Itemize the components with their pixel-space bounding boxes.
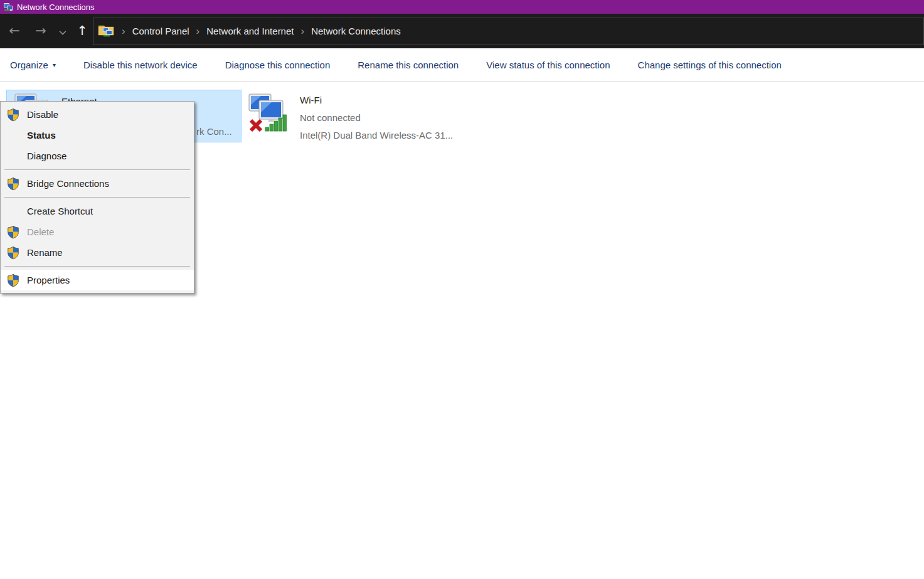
menu-separator	[4, 169, 190, 170]
menu-item-rename[interactable]: Rename	[1, 242, 194, 263]
menu-item-label: Status	[27, 130, 56, 141]
menu-item-label: Rename	[27, 247, 63, 258]
menu-item-diagnose[interactable]: Diagnose	[1, 146, 194, 166]
menu-item-bridge-connections[interactable]: Bridge Connections	[1, 173, 194, 194]
recent-locations-chevron-down-icon[interactable]	[54, 24, 72, 38]
titlebar: Network Connections	[0, 0, 924, 14]
menu-separator	[4, 266, 190, 267]
breadcrumb-separator-icon: ›	[299, 25, 305, 38]
view-status-button[interactable]: View status of this connection	[486, 60, 610, 70]
connection-tile-wifi[interactable]: Wi-Fi Not connected Intel(R) Dual Band W…	[245, 90, 486, 142]
menu-item-status[interactable]: Status	[1, 125, 194, 146]
organize-button[interactable]: Organize▾	[10, 60, 56, 70]
menu-item-create-shortcut[interactable]: Create Shortcut	[1, 201, 194, 221]
menu-item-label: Create Shortcut	[27, 206, 93, 216]
context-menu: Disable Status Diagnose	[0, 101, 194, 294]
uac-shield-icon	[6, 273, 21, 288]
ethernet-device-name-fragment: rk Con...	[196, 123, 232, 141]
menu-separator	[4, 197, 190, 198]
up-button[interactable]: ↑	[72, 24, 93, 38]
menu-item-label: Properties	[27, 275, 70, 285]
wifi-adapter-icon	[248, 93, 289, 135]
network-connections-window: Network Connections ← → ↑ › Contro	[0, 0, 924, 579]
breadcrumb-separator-icon: ›	[195, 25, 201, 38]
navigation-bar: ← → ↑ › Control Panel › Network and	[0, 14, 924, 48]
connection-status: Not connected	[300, 109, 453, 127]
breadcrumb-separator-icon: ›	[120, 25, 127, 38]
back-button[interactable]: ←	[1, 24, 28, 38]
change-settings-button[interactable]: Change settings of this connection	[638, 60, 782, 70]
network-connections-icon	[3, 2, 13, 12]
menu-item-label: Disable	[27, 109, 58, 120]
uac-shield-icon	[6, 176, 21, 191]
diagnose-connection-button[interactable]: Diagnose this connection	[225, 60, 331, 70]
menu-item-delete[interactable]: Delete	[1, 221, 194, 242]
menu-item-label: Delete	[27, 226, 54, 237]
connection-device: Intel(R) Dual Band Wireless-AC 31...	[300, 127, 453, 144]
uac-shield-icon	[6, 245, 21, 260]
organize-label: Organize	[10, 60, 48, 70]
menu-item-label: Diagnose	[27, 151, 66, 161]
forward-button[interactable]: →	[28, 24, 54, 38]
window-title: Network Connections	[17, 3, 95, 12]
connections-list: Ethernet rk Con...	[0, 82, 924, 579]
breadcrumb-network-connections[interactable]: Network Connections	[311, 26, 401, 36]
menu-item-disable[interactable]: Disable	[1, 104, 194, 125]
red-x-icon	[251, 120, 261, 130]
chevron-down-icon: ▾	[53, 61, 56, 68]
rename-connection-button[interactable]: Rename this connection	[358, 60, 459, 70]
command-toolbar: Organize▾ Disable this network device Di…	[0, 48, 924, 82]
breadcrumb-network-and-internet[interactable]: Network and Internet	[206, 26, 294, 36]
uac-shield-icon	[6, 107, 21, 122]
menu-item-label: Bridge Connections	[27, 178, 109, 189]
disable-network-device-button[interactable]: Disable this network device	[83, 60, 198, 70]
menu-item-properties[interactable]: Properties	[1, 270, 194, 290]
folder-network-icon	[98, 23, 115, 39]
address-bar[interactable]: › Control Panel › Network and Internet ›…	[93, 18, 924, 45]
uac-shield-icon	[6, 225, 21, 240]
breadcrumb-control-panel[interactable]: Control Panel	[132, 26, 189, 36]
connection-name: Wi-Fi	[300, 92, 453, 109]
